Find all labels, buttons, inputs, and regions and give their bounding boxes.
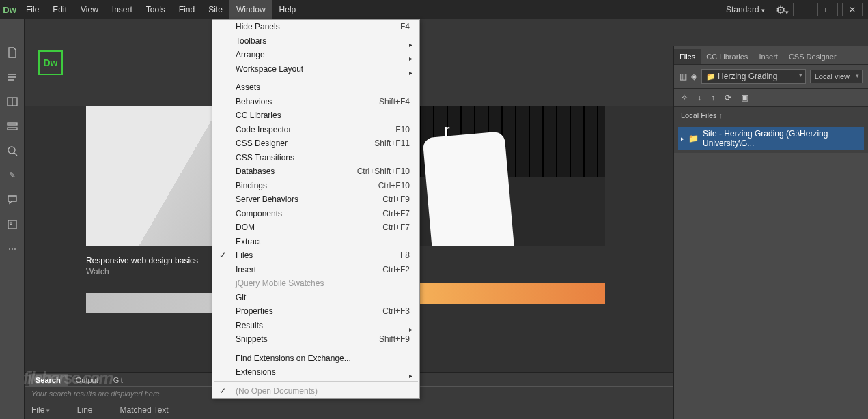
- refresh-icon[interactable]: ⟳: [725, 93, 731, 102]
- menuitem-assets[interactable]: Assets: [212, 81, 419, 95]
- right-panel: FilesCC LibrariesInsertCSS Designer ▥ ◈ …: [673, 46, 868, 419]
- get-icon[interactable]: ↓: [697, 93, 701, 102]
- col-matched-text[interactable]: Matched Text: [120, 405, 169, 415]
- menuitem-server-behaviors[interactable]: Server BehaviorsCtrl+F9: [212, 192, 419, 207]
- menuitem-cc-libraries[interactable]: CC Libraries: [212, 109, 419, 123]
- menuitem-bindings[interactable]: BindingsCtrl+F10: [212, 179, 419, 193]
- more-tools-icon[interactable]: ⋯: [5, 243, 19, 255]
- left-tool-rail: ✎ ⋯: [0, 19, 25, 419]
- minimize-button[interactable]: ─: [793, 3, 813, 16]
- view-select[interactable]: Local view: [810, 70, 863, 83]
- sync-settings-icon[interactable]: ⚙: [776, 3, 785, 16]
- svg-point-5: [10, 222, 12, 225]
- start-heading-fragment: r: [444, 120, 450, 141]
- svg-rect-4: [8, 220, 16, 229]
- ftp-icon[interactable]: ▥: [680, 72, 687, 81]
- menuitem-results[interactable]: Results: [212, 319, 419, 333]
- menuitem-find-extensions-on-exchange-[interactable]: Find Extensions on Exchange...: [212, 351, 419, 366]
- panel-tabs: FilesCC LibrariesInsertCSS Designer: [674, 46, 868, 65]
- dreamweaver-logo: Dw: [38, 50, 63, 75]
- menuitem-dom[interactable]: DOMCtrl+F7: [212, 220, 419, 235]
- expand-icon[interactable]: ▣: [741, 93, 748, 102]
- paint-icon[interactable]: ✎: [5, 169, 19, 182]
- menu-edit[interactable]: Edit: [46, 0, 74, 19]
- sync-icon[interactable]: ◈: [691, 72, 697, 81]
- code-icon[interactable]: [5, 71, 19, 83]
- watermark: filehorse.com: [23, 369, 112, 388]
- menuitem-css-transitions[interactable]: CSS Transitions: [212, 151, 419, 165]
- titlebar: Dw FileEditViewInsertToolsFindSiteWindow…: [0, 0, 868, 19]
- chevron-right-icon: ▸: [681, 135, 684, 142]
- tree-header[interactable]: Local Files: [674, 107, 868, 124]
- menuitem-snippets[interactable]: SnippetsShift+F9: [212, 332, 419, 347]
- site-select[interactable]: 📁 Herzing Grading: [701, 69, 806, 84]
- col-line[interactable]: Line: [77, 405, 93, 415]
- menuitem-git[interactable]: Git: [212, 291, 419, 305]
- col-file[interactable]: File: [31, 405, 50, 415]
- put-icon[interactable]: ↑: [711, 93, 715, 102]
- menu-tools[interactable]: Tools: [139, 0, 172, 19]
- search-tool-icon[interactable]: [5, 145, 19, 157]
- menuitem-toolbars[interactable]: Toolbars: [212, 34, 419, 48]
- menu-window[interactable]: Window: [229, 0, 272, 19]
- split-icon[interactable]: [5, 96, 19, 108]
- menu-help[interactable]: Help: [272, 0, 303, 19]
- menuitem-jquery-mobile-swatches: jQuery Mobile Swatches: [212, 276, 419, 291]
- menu-view[interactable]: View: [74, 0, 105, 19]
- menuitem-css-designer[interactable]: CSS DesignerShift+F11: [212, 136, 419, 151]
- sync-chevron-icon: ▾: [785, 9, 789, 16]
- panel-tab-files[interactable]: Files: [674, 49, 701, 64]
- menuitem-extract[interactable]: Extract: [212, 235, 419, 249]
- site-tree-row[interactable]: ▸ 📁 Site - Herzing Grading (G:\Herzing U…: [678, 127, 864, 150]
- menu-insert[interactable]: Insert: [105, 0, 139, 19]
- comment-icon[interactable]: [5, 194, 19, 206]
- maximize-button[interactable]: □: [817, 3, 838, 16]
- panel-tab-insert[interactable]: Insert: [753, 49, 783, 64]
- menu-site[interactable]: Site: [201, 0, 229, 19]
- panel-tab-cc-libraries[interactable]: CC Libraries: [701, 49, 753, 64]
- svg-point-3: [8, 147, 15, 154]
- app-icon: Dw: [0, 0, 19, 19]
- menuitem-extensions[interactable]: Extensions: [212, 365, 419, 379]
- connect-icon[interactable]: ✧: [681, 93, 688, 102]
- image-tool-icon[interactable]: [5, 218, 19, 231]
- svg-rect-2: [8, 128, 17, 130]
- file-icon[interactable]: [5, 46, 19, 59]
- folder-icon: 📁: [688, 134, 699, 143]
- menuitem-arrange[interactable]: Arrange: [212, 48, 419, 62]
- menu-find[interactable]: Find: [172, 0, 201, 19]
- menuitem-components[interactable]: ComponentsCtrl+F7: [212, 207, 419, 221]
- menuitem-code-inspector[interactable]: Code InspectorF10: [212, 123, 419, 137]
- menubar: FileEditViewInsertToolsFindSiteWindowHel…: [19, 0, 303, 19]
- menu-file[interactable]: File: [19, 0, 46, 19]
- menuitem-hide-panels[interactable]: Hide PanelsF4: [212, 20, 419, 34]
- menuitem-files[interactable]: ✓FilesF8: [212, 248, 419, 263]
- menuitem-behaviors[interactable]: BehaviorsShift+F4: [212, 95, 419, 109]
- window-menu-dropdown: Hide PanelsF4ToolbarsArrangeWorkspace La…: [212, 19, 420, 399]
- menuitem-insert[interactable]: InsertCtrl+F2: [212, 263, 419, 277]
- panel-tab-css-designer[interactable]: CSS Designer: [783, 49, 842, 64]
- menuitem-properties[interactable]: PropertiesCtrl+F3: [212, 304, 419, 319]
- svg-rect-1: [8, 123, 17, 125]
- menuitem-databases[interactable]: DatabasesCtrl+Shift+F10: [212, 164, 419, 179]
- workspace-switcher[interactable]: Standard ▾: [718, 2, 773, 17]
- manage-icon[interactable]: [5, 120, 19, 132]
- menuitem-workspace-layout[interactable]: Workspace Layout: [212, 62, 419, 76]
- menuitem--no-open-documents-: ✓(No Open Documents): [212, 384, 419, 399]
- close-button[interactable]: ✕: [842, 3, 863, 16]
